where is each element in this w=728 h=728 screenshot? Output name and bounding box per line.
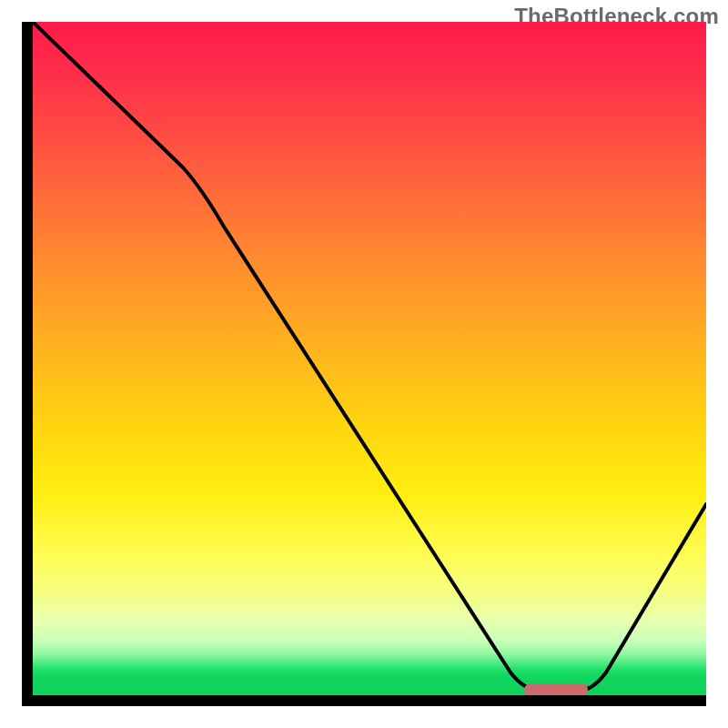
bottleneck-curve [33, 22, 706, 695]
plot-area [22, 22, 706, 706]
chart-canvas: TheBottleneck.com [0, 0, 728, 728]
optimal-range-marker [524, 683, 588, 696]
